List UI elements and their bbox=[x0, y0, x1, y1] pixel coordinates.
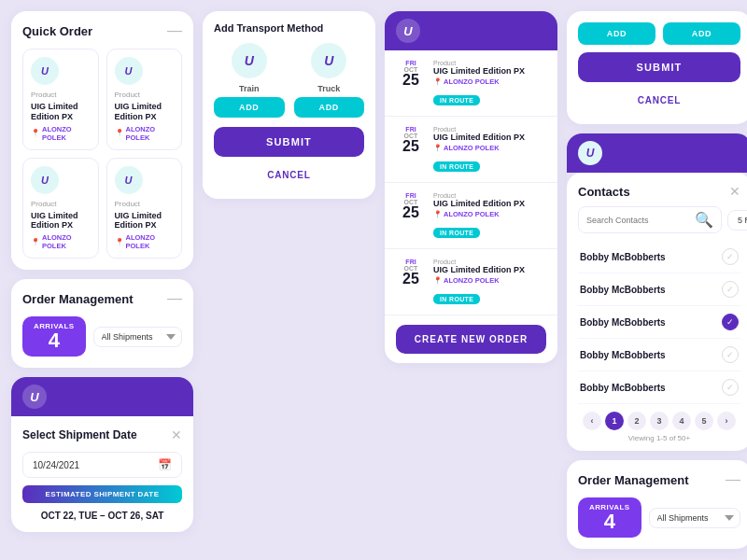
contacts-logo: U bbox=[578, 141, 602, 165]
shipment-date-block: FRI OCT 25 bbox=[396, 126, 426, 154]
add-button-right[interactable]: ADD bbox=[663, 22, 740, 45]
table-row[interactable]: FRI OCT 25 Product UIG Limited Edition P… bbox=[385, 183, 557, 249]
add-transport-card: Add Transport Method U Train ADD U Truck… bbox=[203, 11, 375, 199]
pagination-page-4-button[interactable]: 4 bbox=[672, 412, 691, 430]
contact-name: Bobby McBobberts bbox=[580, 350, 666, 360]
pagination-page-2-button[interactable]: 2 bbox=[627, 412, 646, 430]
list-item[interactable]: Bobby McBobberts ✓ bbox=[578, 339, 740, 371]
product-name: UIG LimitedEdition PX bbox=[31, 211, 78, 231]
pagination-page-5-button[interactable]: 5 bbox=[695, 412, 713, 430]
shipment-date-title: Select Shipment Date bbox=[22, 428, 137, 441]
order-management-bottom-collapse-icon[interactable]: — bbox=[726, 471, 740, 488]
list-item[interactable]: U Product UIG LimitedEdition PX 📍ALONZO … bbox=[22, 49, 99, 150]
shipment-filter-select[interactable]: All Shipments Pending In Route Delivered bbox=[93, 327, 183, 347]
order-management-title: Order Management bbox=[22, 292, 133, 306]
search-icon: 🔍 bbox=[695, 211, 713, 229]
pagination-page-1-button[interactable]: 1 bbox=[605, 412, 624, 430]
product-label: Product bbox=[31, 91, 57, 99]
contacts-card-body: Contacts ✕ 🔍 5 Rows 10 Rows 20 Rows B bbox=[567, 173, 747, 451]
shipment-date-block: FRI OCT 25 bbox=[396, 60, 426, 88]
arrivals-badge: ARRIVALS 4 bbox=[22, 316, 86, 357]
app-logo-shipment: U bbox=[396, 19, 420, 43]
product-name: UIG LimitedEdition PX bbox=[115, 102, 162, 122]
estimated-shipment-badge: ESTIMATED SHIPMENT DATE bbox=[22, 485, 182, 503]
order-management-bottom-card: Order Management — ARRIVALS 4 All Shipme… bbox=[567, 460, 747, 549]
contacts-header-row: Contacts ✕ bbox=[578, 184, 740, 199]
arrivals-row: ARRIVALS 4 All Shipments Pending In Rout… bbox=[22, 316, 182, 357]
main-cancel-button[interactable]: CANCEL bbox=[578, 88, 740, 113]
shipment-date-header-row: Select Shipment Date ✕ bbox=[22, 427, 182, 442]
truck-icon-wrap: U bbox=[311, 43, 346, 78]
pagination-page-3-button[interactable]: 3 bbox=[650, 412, 669, 430]
search-input[interactable] bbox=[586, 216, 691, 225]
contact-check-icon[interactable]: ✓ bbox=[722, 379, 739, 396]
status-badge: IN ROUTE bbox=[433, 294, 480, 304]
pagination-next-button[interactable]: › bbox=[717, 412, 736, 430]
table-row[interactable]: FRI OCT 25 Product UIG Limited Edition P… bbox=[385, 117, 557, 183]
shipment-filter-select-bottom[interactable]: All Shipments Pending In Route Delivered bbox=[649, 508, 741, 528]
product-icon: U bbox=[31, 57, 59, 85]
product-icon: U bbox=[115, 57, 143, 85]
table-row[interactable]: FRI OCT 25 Product UIG Limited Edition P… bbox=[385, 50, 557, 117]
contacts-search-wrap: 🔍 bbox=[578, 206, 722, 233]
contact-check-icon[interactable]: ✓ bbox=[722, 346, 739, 363]
quick-order-collapse-icon[interactable]: — bbox=[167, 22, 182, 39]
order-management-header: Order Management — bbox=[22, 290, 182, 307]
order-management-collapse-icon[interactable]: — bbox=[167, 290, 182, 307]
shipment-date-close-icon[interactable]: ✕ bbox=[171, 427, 182, 442]
transport-cancel-button[interactable]: CANCEL bbox=[214, 162, 364, 188]
train-icon-wrap: U bbox=[232, 43, 267, 78]
pagination-prev-button[interactable]: ‹ bbox=[583, 412, 601, 430]
contacts-card-wrapper: U Contacts ✕ 🔍 5 Rows 10 Rows 20 Ro bbox=[567, 133, 747, 451]
shipment-date-block: FRI OCT 25 bbox=[396, 259, 426, 287]
status-badge: IN ROUTE bbox=[433, 228, 480, 238]
status-badge: IN ROUTE bbox=[433, 95, 480, 105]
add-train-button[interactable]: ADD bbox=[214, 97, 285, 118]
add-truck-button[interactable]: ADD bbox=[294, 97, 365, 118]
transport-options-row: U Train ADD U Truck ADD bbox=[214, 43, 364, 118]
product-grid: U Product UIG LimitedEdition PX 📍ALONZO … bbox=[22, 49, 182, 259]
table-row[interactable]: FRI OCT 25 Product UIG Limited Edition P… bbox=[385, 249, 557, 315]
arrivals-badge-bottom: ARRIVALS 4 bbox=[578, 497, 641, 538]
contact-check-icon[interactable]: ✓ bbox=[722, 248, 739, 265]
train-label: Train bbox=[239, 84, 260, 93]
product-label: Product bbox=[115, 91, 141, 99]
contacts-title: Contacts bbox=[578, 185, 630, 199]
arrivals-count: 4 bbox=[34, 330, 75, 351]
contact-check-icon[interactable]: ✓ bbox=[722, 281, 739, 298]
product-icon: U bbox=[115, 166, 143, 194]
main-submit-button[interactable]: SUBMIT bbox=[578, 52, 740, 82]
date-input-row[interactable]: 10/24/2021 📅 bbox=[22, 452, 182, 478]
transport-submit-button[interactable]: SUBMIT bbox=[214, 127, 364, 157]
list-item[interactable]: U Product UIG LimitedEdition PX 📍ALONZO … bbox=[22, 158, 99, 259]
product-user: 📍ALONZO POLEK bbox=[115, 125, 175, 142]
contacts-search-row: 🔍 5 Rows 10 Rows 20 Rows bbox=[578, 206, 740, 233]
list-item[interactable]: Bobby McBobberts ✓ bbox=[578, 273, 740, 306]
list-item[interactable]: Bobby McBobberts ✓ bbox=[578, 371, 740, 404]
create-new-order-button[interactable]: CREATE NEW ORDER bbox=[396, 325, 546, 354]
contact-name: Bobby McBobberts bbox=[580, 383, 666, 393]
shipment-list-header: U bbox=[385, 11, 557, 50]
quick-order-card: Quick Order — U Product UIG LimitedEditi… bbox=[11, 11, 193, 270]
product-name: UIG LimitedEdition PX bbox=[115, 211, 162, 231]
app-logo: U bbox=[22, 385, 47, 409]
arrivals-count-bottom: 4 bbox=[589, 511, 630, 532]
rows-per-page-select[interactable]: 5 Rows 10 Rows 20 Rows bbox=[727, 210, 747, 231]
viewing-text: Viewing 1-5 of 50+ bbox=[578, 434, 740, 442]
contact-name: Bobby McBobberts bbox=[580, 252, 666, 262]
list-item[interactable]: Bobby McBobberts ✓ bbox=[578, 241, 740, 273]
list-item[interactable]: U Product UIG LimitedEdition PX 📍ALONZO … bbox=[106, 158, 183, 259]
date-range-text: OCT 22, TUE – OCT 26, SAT bbox=[22, 511, 182, 521]
product-user: 📍ALONZO POLEK bbox=[31, 125, 91, 142]
list-item[interactable]: U Product UIG LimitedEdition PX 📍ALONZO … bbox=[106, 49, 183, 150]
shipment-info: Product UIG Limited Edition PX 📍ALONZO P… bbox=[433, 259, 546, 305]
contacts-close-icon[interactable]: ✕ bbox=[729, 184, 740, 199]
add-button-left[interactable]: ADD bbox=[578, 22, 655, 45]
shipment-date-block: FRI OCT 25 bbox=[396, 192, 426, 220]
contact-check-icon-active[interactable]: ✓ bbox=[722, 314, 739, 330]
quick-order-title: Quick Order bbox=[22, 24, 92, 38]
list-item[interactable]: Bobby McBobberts ✓ bbox=[578, 306, 740, 339]
product-name: UIG LimitedEdition PX bbox=[31, 102, 78, 122]
add-buttons-row: ADD ADD bbox=[578, 22, 740, 45]
add-transport-title: Add Transport Method bbox=[214, 22, 364, 34]
